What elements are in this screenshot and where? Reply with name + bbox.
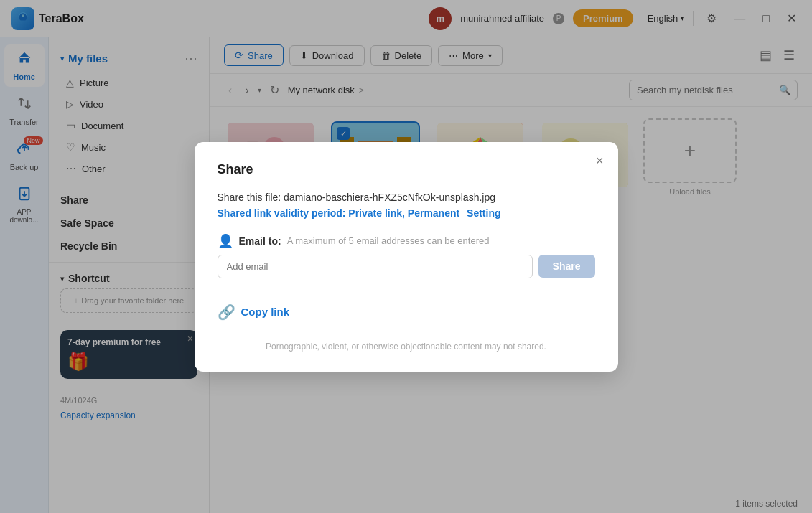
link-info-prefix: Shared link validity period: Private lin…	[218, 207, 460, 219]
email-row: Share	[218, 255, 595, 278]
modal-disclaimer: Pornographic, violent, or otherwise obje…	[218, 342, 595, 352]
modal-title: Share	[218, 162, 595, 177]
modal-overlay: Share × Share this file: damiano-baschie…	[0, 0, 812, 513]
email-label-row: 👤 Email to: A maximum of 5 email address…	[218, 233, 595, 249]
modal-file-info: Share this file: damiano-baschiera-hFXZ5…	[218, 192, 595, 203]
email-hint: A maximum of 5 email addresses can be en…	[287, 235, 490, 246]
link-icon: 🔗	[218, 303, 235, 321]
modal-close-button[interactable]: ×	[596, 154, 604, 169]
modal-link-info: Shared link validity period: Private lin…	[218, 207, 595, 219]
share-submit-button[interactable]: Share	[538, 255, 595, 278]
email-to-label: Email to:	[239, 235, 281, 247]
share-modal: Share × Share this file: damiano-baschie…	[195, 142, 618, 372]
email-section: 👤 Email to: A maximum of 5 email address…	[218, 233, 595, 278]
email-input[interactable]	[218, 255, 533, 278]
email-icon: 👤	[218, 233, 233, 249]
copy-link-button[interactable]: Copy link	[241, 306, 290, 318]
link-setting-button[interactable]: Setting	[467, 207, 500, 219]
copy-link-section: 🔗 Copy link	[218, 293, 595, 331]
